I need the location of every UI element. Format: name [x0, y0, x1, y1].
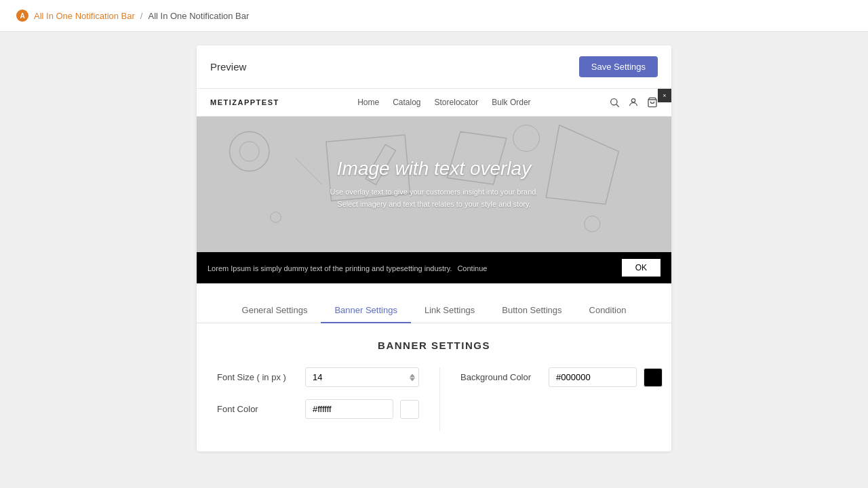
- tab-button-settings[interactable]: Button Settings: [488, 298, 575, 323]
- notification-bar: Lorem Ipsum is simply dummy text of the …: [197, 252, 671, 283]
- main-container: Preview Save Settings METIZAPPTEST Home …: [183, 32, 685, 465]
- svg-point-10: [513, 125, 540, 152]
- font-size-down-arrow[interactable]: [410, 378, 415, 381]
- svg-point-4: [230, 131, 269, 171]
- background-color-swatch[interactable]: [644, 368, 663, 387]
- background-color-row: Background Color: [460, 367, 663, 387]
- font-color-label: Font Color: [217, 404, 298, 414]
- hero-subtext-1: Use overlay text to give your customers …: [330, 186, 538, 199]
- banner-settings-content: BANNER SETTINGS Font Size ( in px ): [197, 323, 671, 451]
- svg-point-13: [585, 216, 600, 232]
- settings-tabs: General Settings Banner Settings Link Se…: [197, 284, 671, 323]
- svg-point-5: [239, 142, 259, 161]
- notification-message: Lorem Ipsum is simply dummy text of the …: [208, 262, 487, 273]
- breadcrumb-link[interactable]: All In One Notification Bar: [34, 11, 135, 21]
- breadcrumb-bar: A All In One Notification Bar / All In O…: [0, 0, 868, 32]
- font-size-up-arrow[interactable]: [410, 373, 415, 377]
- nav-link-bulkorder[interactable]: Bulk Order: [492, 98, 530, 107]
- tab-link-settings[interactable]: Link Settings: [411, 298, 488, 323]
- shop-nav: METIZAPPTEST Home Catalog Storelocator B…: [197, 89, 671, 117]
- font-size-label: Font Size ( in px ): [217, 372, 298, 382]
- shop-nav-links: Home Catalog Storelocator Bulk Order: [357, 98, 530, 107]
- font-size-spinner[interactable]: [410, 373, 415, 381]
- svg-point-0: [611, 99, 617, 105]
- notification-continue[interactable]: Continue: [457, 264, 487, 272]
- nav-link-home[interactable]: Home: [357, 98, 379, 107]
- settings-card: Preview Save Settings METIZAPPTEST Home …: [197, 45, 671, 451]
- hero-banner: Image with text overlay Use overlay text…: [197, 117, 671, 252]
- hero-subtext-2: Select imagery and text that relates to …: [330, 199, 538, 211]
- tab-general-settings[interactable]: General Settings: [229, 298, 321, 323]
- font-size-row: Font Size ( in px ): [217, 367, 419, 387]
- font-color-row: Font Color: [217, 399, 419, 419]
- tab-banner-settings[interactable]: Banner Settings: [321, 298, 411, 323]
- background-color-input[interactable]: [549, 367, 637, 387]
- search-icon[interactable]: [609, 97, 620, 108]
- settings-left-column: Font Size ( in px ) Font Color: [217, 367, 440, 431]
- svg-line-1: [616, 104, 619, 107]
- breadcrumb-separator: /: [140, 11, 143, 21]
- font-size-input[interactable]: [305, 367, 419, 387]
- shop-nav-wrapper: METIZAPPTEST Home Catalog Storelocator B…: [197, 89, 671, 117]
- nav-link-catalog[interactable]: Catalog: [393, 98, 420, 107]
- font-size-input-wrapper: [305, 367, 419, 387]
- tab-condition[interactable]: Condition: [576, 298, 640, 323]
- svg-marker-8: [546, 125, 618, 205]
- background-color-label: Background Color: [460, 372, 542, 382]
- banner-settings-title: BANNER SETTINGS: [217, 340, 651, 351]
- app-icon: A: [16, 9, 28, 22]
- breadcrumb-current: All In One Notification Bar: [148, 11, 249, 21]
- hero-heading: Image with text overlay: [330, 158, 538, 180]
- svg-point-2: [631, 99, 635, 102]
- preview-header: Preview Save Settings: [197, 45, 671, 89]
- notification-text: Lorem Ipsum is simply dummy text of the …: [208, 264, 452, 272]
- shop-preview: METIZAPPTEST Home Catalog Storelocator B…: [197, 89, 671, 284]
- svg-point-12: [271, 212, 281, 223]
- settings-right-column: Background Color: [440, 367, 663, 431]
- settings-form: Font Size ( in px ) Font Color: [217, 367, 651, 431]
- nav-link-storelocator[interactable]: Storelocator: [435, 98, 479, 107]
- font-color-swatch[interactable]: [400, 400, 419, 419]
- shop-logo: METIZAPPTEST: [210, 98, 279, 106]
- shop-nav-icons: [609, 97, 658, 108]
- svg-line-9: [296, 158, 322, 184]
- font-color-input[interactable]: [305, 399, 393, 419]
- cart-icon[interactable]: [647, 97, 658, 108]
- preview-title: Preview: [210, 61, 246, 73]
- user-icon[interactable]: [628, 97, 639, 108]
- corner-close-button[interactable]: ×: [658, 89, 671, 102]
- save-settings-button[interactable]: Save Settings: [579, 56, 658, 77]
- notification-ok-button[interactable]: OK: [622, 259, 660, 277]
- hero-text-overlay: Image with text overlay Use overlay text…: [330, 158, 538, 210]
